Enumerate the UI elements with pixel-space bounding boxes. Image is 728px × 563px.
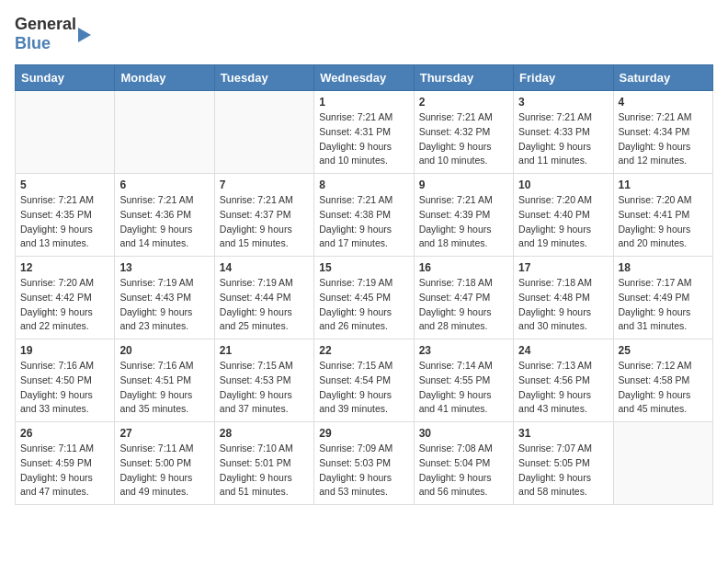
weekday-header: Thursday: [414, 65, 513, 91]
day-number: 3: [518, 96, 608, 109]
day-info: Sunrise: 7:19 AM Sunset: 4:45 PM Dayligh…: [319, 276, 408, 334]
day-info: Sunrise: 7:21 AM Sunset: 4:36 PM Dayligh…: [119, 193, 209, 251]
weekday-header: Sunday: [16, 65, 115, 91]
day-info: Sunrise: 7:18 AM Sunset: 4:47 PM Dayligh…: [419, 276, 508, 334]
day-info: Sunrise: 7:11 AM Sunset: 5:00 PM Dayligh…: [119, 442, 209, 500]
calendar-day-cell: 7Sunrise: 7:21 AM Sunset: 4:37 PM Daylig…: [214, 174, 313, 257]
calendar-table: SundayMondayTuesdayWednesdayThursdayFrid…: [15, 64, 713, 505]
calendar-day-cell: [613, 422, 712, 505]
day-number: 23: [419, 344, 508, 357]
day-number: 2: [419, 96, 508, 109]
day-number: 14: [220, 261, 309, 274]
day-info: Sunrise: 7:17 AM Sunset: 4:49 PM Dayligh…: [619, 276, 708, 334]
week-row: 26Sunrise: 7:11 AM Sunset: 4:59 PM Dayli…: [16, 422, 713, 505]
calendar-day-cell: 16Sunrise: 7:18 AM Sunset: 4:47 PM Dayli…: [414, 257, 513, 339]
calendar-day-cell: 12Sunrise: 7:20 AM Sunset: 4:42 PM Dayli…: [16, 257, 115, 339]
calendar-day-cell: 8Sunrise: 7:21 AM Sunset: 4:38 PM Daylig…: [314, 174, 414, 257]
calendar-day-cell: 5Sunrise: 7:21 AM Sunset: 4:35 PM Daylig…: [16, 174, 115, 257]
day-number: 31: [518, 427, 608, 440]
day-number: 10: [518, 178, 608, 191]
day-number: 13: [119, 261, 209, 274]
day-number: 6: [119, 178, 209, 191]
calendar-day-cell: 3Sunrise: 7:21 AM Sunset: 4:33 PM Daylig…: [514, 91, 613, 174]
weekday-header: Tuesday: [214, 65, 313, 91]
calendar-day-cell: 21Sunrise: 7:15 AM Sunset: 4:53 PM Dayli…: [214, 339, 313, 422]
calendar-day-cell: 29Sunrise: 7:09 AM Sunset: 5:03 PM Dayli…: [314, 422, 414, 505]
day-number: 28: [220, 427, 309, 440]
day-info: Sunrise: 7:08 AM Sunset: 5:04 PM Dayligh…: [419, 442, 508, 500]
week-row: 12Sunrise: 7:20 AM Sunset: 4:42 PM Dayli…: [16, 257, 713, 339]
calendar-day-cell: 11Sunrise: 7:20 AM Sunset: 4:41 PM Dayli…: [613, 174, 712, 257]
page-header: General Blue: [15, 15, 713, 53]
day-info: Sunrise: 7:19 AM Sunset: 4:43 PM Dayligh…: [119, 276, 209, 334]
logo-text-block: General Blue: [15, 15, 91, 53]
calendar-day-cell: 22Sunrise: 7:15 AM Sunset: 4:54 PM Dayli…: [314, 339, 414, 422]
calendar-day-cell: 26Sunrise: 7:11 AM Sunset: 4:59 PM Dayli…: [16, 422, 115, 505]
day-number: 25: [619, 344, 708, 357]
calendar-day-cell: 4Sunrise: 7:21 AM Sunset: 4:34 PM Daylig…: [613, 91, 712, 174]
weekday-header: Saturday: [613, 65, 712, 91]
day-number: 27: [119, 427, 209, 440]
day-info: Sunrise: 7:20 AM Sunset: 4:42 PM Dayligh…: [20, 276, 109, 334]
calendar-day-cell: 24Sunrise: 7:13 AM Sunset: 4:56 PM Dayli…: [514, 339, 613, 422]
week-row: 5Sunrise: 7:21 AM Sunset: 4:35 PM Daylig…: [16, 174, 713, 257]
day-number: 18: [619, 261, 708, 274]
calendar-day-cell: 14Sunrise: 7:19 AM Sunset: 4:44 PM Dayli…: [214, 257, 313, 339]
calendar-day-cell: 9Sunrise: 7:21 AM Sunset: 4:39 PM Daylig…: [414, 174, 513, 257]
logo-text: General Blue: [15, 15, 76, 53]
calendar-day-cell: 19Sunrise: 7:16 AM Sunset: 4:50 PM Dayli…: [16, 339, 115, 422]
calendar-day-cell: 17Sunrise: 7:18 AM Sunset: 4:48 PM Dayli…: [514, 257, 613, 339]
day-info: Sunrise: 7:20 AM Sunset: 4:40 PM Dayligh…: [518, 193, 608, 251]
calendar-day-cell: 25Sunrise: 7:12 AM Sunset: 4:58 PM Dayli…: [613, 339, 712, 422]
calendar-day-cell: 15Sunrise: 7:19 AM Sunset: 4:45 PM Dayli…: [314, 257, 414, 339]
calendar-day-cell: 1Sunrise: 7:21 AM Sunset: 4:31 PM Daylig…: [314, 91, 414, 174]
day-number: 20: [119, 344, 209, 357]
day-number: 29: [319, 427, 408, 440]
day-info: Sunrise: 7:15 AM Sunset: 4:53 PM Dayligh…: [220, 359, 309, 417]
day-number: 8: [319, 178, 408, 191]
day-info: Sunrise: 7:18 AM Sunset: 4:48 PM Dayligh…: [518, 276, 608, 334]
day-number: 22: [319, 344, 408, 357]
day-info: Sunrise: 7:09 AM Sunset: 5:03 PM Dayligh…: [319, 442, 408, 500]
day-number: 19: [20, 344, 109, 357]
logo: General Blue: [15, 15, 91, 53]
day-info: Sunrise: 7:21 AM Sunset: 4:35 PM Dayligh…: [20, 193, 109, 251]
day-number: 17: [518, 261, 608, 274]
calendar-day-cell: 18Sunrise: 7:17 AM Sunset: 4:49 PM Dayli…: [613, 257, 712, 339]
day-info: Sunrise: 7:21 AM Sunset: 4:39 PM Dayligh…: [419, 193, 508, 251]
day-info: Sunrise: 7:15 AM Sunset: 4:54 PM Dayligh…: [319, 359, 408, 417]
day-info: Sunrise: 7:20 AM Sunset: 4:41 PM Dayligh…: [619, 193, 708, 251]
day-info: Sunrise: 7:10 AM Sunset: 5:01 PM Dayligh…: [220, 442, 309, 500]
day-info: Sunrise: 7:12 AM Sunset: 4:58 PM Dayligh…: [619, 359, 708, 417]
logo-arrow-icon: [78, 28, 91, 42]
weekday-header: Friday: [514, 65, 613, 91]
day-info: Sunrise: 7:07 AM Sunset: 5:05 PM Dayligh…: [518, 442, 608, 500]
calendar-day-cell: 20Sunrise: 7:16 AM Sunset: 4:51 PM Dayli…: [115, 339, 214, 422]
day-info: Sunrise: 7:21 AM Sunset: 4:34 PM Dayligh…: [619, 110, 708, 168]
day-info: Sunrise: 7:14 AM Sunset: 4:55 PM Dayligh…: [419, 359, 508, 417]
day-number: 5: [20, 178, 109, 191]
calendar-day-cell: 27Sunrise: 7:11 AM Sunset: 5:00 PM Dayli…: [115, 422, 214, 505]
day-number: 26: [20, 427, 109, 440]
day-number: 4: [619, 96, 708, 109]
day-info: Sunrise: 7:16 AM Sunset: 4:50 PM Dayligh…: [20, 359, 109, 417]
day-info: Sunrise: 7:11 AM Sunset: 4:59 PM Dayligh…: [20, 442, 109, 500]
day-info: Sunrise: 7:16 AM Sunset: 4:51 PM Dayligh…: [119, 359, 209, 417]
weekday-header: Monday: [115, 65, 214, 91]
day-info: Sunrise: 7:21 AM Sunset: 4:37 PM Dayligh…: [220, 193, 309, 251]
calendar-day-cell: [214, 91, 313, 174]
day-number: 16: [419, 261, 508, 274]
day-number: 9: [419, 178, 508, 191]
weekday-header: Wednesday: [314, 65, 414, 91]
day-number: 15: [319, 261, 408, 274]
calendar-day-cell: 2Sunrise: 7:21 AM Sunset: 4:32 PM Daylig…: [414, 91, 513, 174]
day-info: Sunrise: 7:21 AM Sunset: 4:31 PM Dayligh…: [319, 110, 408, 168]
week-row: 1Sunrise: 7:21 AM Sunset: 4:31 PM Daylig…: [16, 91, 713, 174]
calendar-day-cell: [16, 91, 115, 174]
calendar-day-cell: 31Sunrise: 7:07 AM Sunset: 5:05 PM Dayli…: [514, 422, 613, 505]
day-number: 12: [20, 261, 109, 274]
calendar-header-row: SundayMondayTuesdayWednesdayThursdayFrid…: [16, 65, 713, 91]
calendar-day-cell: 28Sunrise: 7:10 AM Sunset: 5:01 PM Dayli…: [214, 422, 313, 505]
day-number: 30: [419, 427, 508, 440]
day-number: 24: [518, 344, 608, 357]
